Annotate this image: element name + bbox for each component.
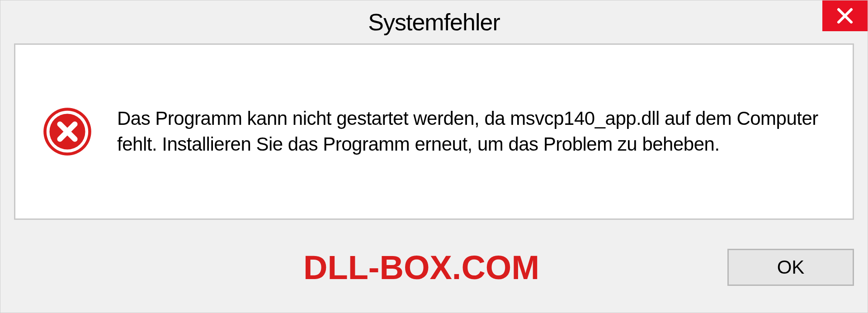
content-panel: Das Programm kann nicht gestartet werden… bbox=[14, 43, 854, 220]
error-message: Das Programm kann nicht gestartet werden… bbox=[117, 106, 830, 157]
close-icon bbox=[836, 7, 854, 25]
close-button[interactable] bbox=[822, 0, 868, 31]
dialog-footer: DLL-BOX.COM OK bbox=[0, 231, 868, 313]
dialog-title: Systemfehler bbox=[368, 9, 500, 36]
titlebar: Systemfehler bbox=[0, 0, 868, 43]
watermark-text: DLL-BOX.COM bbox=[303, 248, 539, 287]
error-dialog: Systemfehler Das Programm kann nicht ges… bbox=[0, 0, 868, 313]
error-icon bbox=[42, 107, 92, 156]
ok-button[interactable]: OK bbox=[727, 249, 854, 286]
